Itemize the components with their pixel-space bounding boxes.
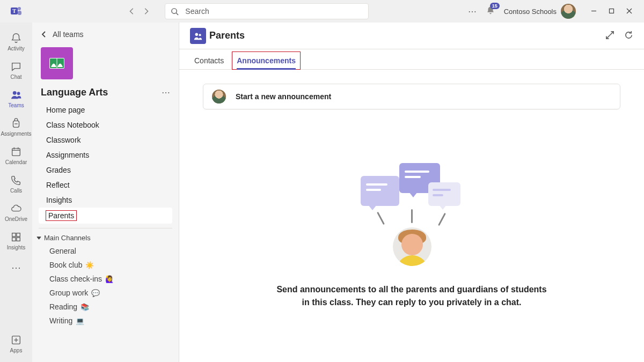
user-avatar-small — [212, 90, 226, 104]
maximize-button[interactable] — [609, 7, 614, 16]
tab-announcements[interactable]: Announcements — [232, 52, 300, 69]
teams-app-icon: T — [10, 5, 23, 18]
calendar-icon — [10, 146, 22, 158]
new-announcement-composer[interactable]: Start a new announcement — [203, 84, 620, 109]
rail-item-assignments[interactable]: Assignments — [0, 113, 32, 141]
svg-point-11 — [17, 92, 19, 94]
channel-writing[interactable]: Writing💻 — [32, 314, 179, 328]
rail-item-onedrive[interactable]: OneDrive — [0, 198, 32, 226]
main-content: Parents Contacts Announcements Start a n… — [179, 23, 644, 362]
nav-item-class-notebook[interactable]: Class Notebook — [39, 117, 172, 132]
notifications-button[interactable]: 15 — [486, 6, 495, 17]
nav-item-assignments[interactable]: Assignments — [39, 147, 172, 162]
svg-line-5 — [177, 13, 179, 15]
search-icon — [171, 8, 179, 16]
channel-class-check-ins[interactable]: Class check-ins🙋‍♀️ — [32, 272, 179, 286]
nav-item-home-page[interactable]: Home page — [39, 102, 172, 117]
team-more-button[interactable]: ⋯ — [162, 87, 170, 98]
nav-item-grades[interactable]: Grades — [39, 162, 172, 178]
rail-item-activity[interactable]: Activity — [0, 28, 32, 56]
app-rail: Activity Chat Teams Assignments Calendar… — [0, 23, 32, 362]
svg-line-30 — [610, 31, 614, 35]
svg-point-4 — [172, 8, 177, 13]
svg-rect-19 — [17, 233, 20, 237]
svg-point-2 — [18, 7, 21, 10]
empty-illustration — [361, 163, 463, 270]
svg-text:T: T — [12, 8, 16, 14]
svg-point-29 — [199, 34, 201, 36]
team-sidebar: All teams Language Arts ⋯ Home page Clas… — [32, 23, 179, 362]
rail-item-teams[interactable]: Teams — [0, 85, 32, 113]
team-title: Language Arts — [41, 87, 108, 98]
nav-forward-button[interactable] — [141, 6, 151, 16]
phone-icon — [10, 174, 22, 186]
nav-item-classwork[interactable]: Classwork — [39, 132, 172, 147]
search-placeholder: Search — [185, 7, 209, 16]
rail-item-calls[interactable]: Calls — [0, 170, 32, 198]
channel-group-work[interactable]: Group work💬 — [32, 286, 179, 300]
svg-marker-27 — [37, 237, 41, 240]
channel-book-club[interactable]: Book club☀️ — [32, 258, 179, 272]
svg-line-31 — [606, 35, 610, 39]
chevron-left-icon — [41, 31, 47, 38]
svg-rect-21 — [17, 238, 20, 241]
channel-list: General Book club☀️ Class check-ins🙋‍♀️ … — [32, 244, 179, 328]
content-header: Parents — [179, 23, 644, 49]
rail-item-chat[interactable]: Chat — [0, 56, 32, 84]
people-icon — [10, 89, 22, 101]
content-title: Parents — [209, 30, 245, 41]
bell-icon — [10, 32, 22, 44]
svg-rect-14 — [12, 149, 20, 156]
minimize-button[interactable] — [591, 7, 597, 16]
cloud-icon — [10, 203, 22, 215]
empty-state-message: Send announcements to all the parents an… — [272, 283, 551, 308]
svg-point-28 — [195, 33, 198, 35]
notification-count: 15 — [490, 3, 500, 9]
nav-back-button[interactable] — [127, 6, 137, 16]
account-switcher[interactable]: Contoso Schools — [504, 4, 576, 19]
channel-general[interactable]: General — [32, 244, 179, 258]
backpack-icon — [10, 117, 22, 129]
team-nav-list: Home page Class Notebook Classwork Assig… — [39, 102, 172, 228]
search-box[interactable]: Search — [165, 3, 369, 19]
apps-icon — [10, 334, 22, 346]
pop-out-button[interactable] — [605, 31, 614, 41]
svg-rect-20 — [12, 238, 16, 241]
parents-app-icon — [190, 28, 206, 44]
close-button[interactable] — [626, 7, 632, 16]
empty-state: Send announcements to all the parents an… — [179, 109, 644, 362]
chat-icon — [10, 61, 22, 72]
rail-more-button[interactable]: ⋯ — [11, 255, 21, 280]
svg-rect-7 — [610, 9, 614, 13]
svg-rect-18 — [12, 233, 16, 237]
nav-item-reflect[interactable]: Reflect — [39, 178, 172, 193]
grid-icon — [10, 231, 22, 243]
rail-item-apps[interactable]: Apps — [0, 330, 32, 358]
rail-item-insights[interactable]: Insights — [0, 227, 32, 255]
channel-reading[interactable]: Reading📚 — [32, 300, 179, 314]
composer-placeholder: Start a new announcement — [236, 92, 331, 101]
team-avatar — [41, 47, 73, 79]
nav-item-insights[interactable]: Insights — [39, 193, 172, 208]
tab-contacts[interactable]: Contacts — [190, 52, 228, 69]
tab-bar: Contacts Announcements — [179, 49, 644, 70]
nav-item-parents[interactable]: Parents — [39, 208, 172, 224]
more-options-button[interactable]: ⋯ — [467, 6, 477, 16]
rail-item-calendar[interactable]: Calendar — [0, 142, 32, 169]
all-teams-button[interactable]: All teams — [32, 23, 179, 44]
titlebar: T Search ⋯ 15 Contoso Schools — [0, 0, 644, 23]
svg-point-10 — [13, 92, 17, 95]
chevron-down-icon — [36, 235, 41, 240]
channels-section-toggle[interactable]: Main Channels — [32, 228, 179, 244]
reload-button[interactable] — [624, 31, 633, 41]
tenant-name: Contoso Schools — [504, 8, 557, 16]
user-avatar — [561, 4, 576, 19]
svg-rect-3 — [18, 11, 21, 15]
